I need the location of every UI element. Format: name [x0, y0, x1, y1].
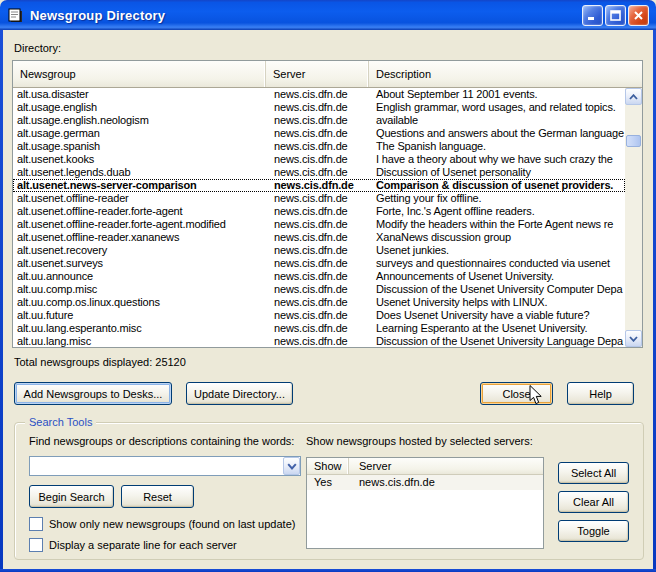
- column-header-server[interactable]: Server: [266, 61, 369, 87]
- cell-description: The Spanish language.: [369, 140, 625, 153]
- cell-newsgroup: alt.usenet.surveys: [13, 257, 266, 270]
- cell-description: Comparison & discussion of usenet provid…: [369, 179, 625, 192]
- server-list-body: Yesnews.cis.dfn.de: [307, 475, 543, 490]
- maximize-icon: [610, 10, 621, 21]
- minimize-icon: [587, 10, 598, 21]
- server-list-header: Show Server: [307, 458, 543, 475]
- cell-description: Modify the headers within the Forte Agen…: [369, 218, 625, 231]
- scrollbar-thumb[interactable]: [626, 135, 641, 147]
- search-words-input[interactable]: [31, 458, 282, 474]
- cell-newsgroup: alt.uu.announce: [13, 270, 266, 283]
- cell-newsgroup: alt.usenet.offline-reader.xananews: [13, 231, 266, 244]
- total-newsgroups-label: Total newsgroups displayed:: [14, 356, 152, 368]
- table-row[interactable]: alt.uu.lang.esperanto.miscnews.cis.dfn.d…: [13, 322, 625, 335]
- table-row[interactable]: alt.usenet.offline-readernews.cis.dfn.de…: [13, 192, 625, 205]
- checkbox-label: Show only new newsgroups (found on last …: [49, 518, 295, 530]
- clear-all-button[interactable]: Clear All: [558, 491, 629, 513]
- hosted-servers-label: Show newsgroups hosted by selected serve…: [306, 435, 533, 447]
- cell-newsgroup: alt.usenet.kooks: [13, 153, 266, 166]
- cell-description: Discussion of the Usenet University Comp…: [369, 283, 625, 296]
- table-row[interactable]: alt.uu.comp.miscnews.cis.dfn.deDiscussio…: [13, 283, 625, 296]
- close-icon: [633, 10, 644, 21]
- cell-server: news.cis.dfn.de: [349, 475, 543, 490]
- close-window-button[interactable]: [628, 5, 649, 26]
- cell-server: news.cis.dfn.de: [266, 127, 369, 140]
- column-header-description[interactable]: Description: [369, 61, 642, 87]
- table-row[interactable]: alt.usenet.news-server-comparisonnews.ci…: [13, 179, 625, 192]
- cell-newsgroup: alt.usage.spanish: [13, 140, 266, 153]
- table-row[interactable]: alt.usa.disasternews.cis.dfn.deAbout Sep…: [13, 88, 625, 101]
- table-row[interactable]: alt.usenet.legends.duabnews.cis.dfn.deDi…: [13, 166, 625, 179]
- scroll-up-button[interactable]: [625, 88, 642, 105]
- cell-server: news.cis.dfn.de: [266, 192, 369, 205]
- table-row[interactable]: alt.uu.futurenews.cis.dfn.deDoes Usenet …: [13, 309, 625, 322]
- cell-server: news.cis.dfn.de: [266, 335, 369, 347]
- cell-newsgroup: alt.usage.german: [13, 127, 266, 140]
- cell-newsgroup: alt.usage.english: [13, 101, 266, 114]
- table-row[interactable]: alt.usenet.offline-reader.xananewsnews.c…: [13, 231, 625, 244]
- cell-description: Discussion of the Usenet University Lang…: [369, 335, 625, 347]
- minimize-button[interactable]: [582, 5, 603, 26]
- cell-server: news.cis.dfn.de: [266, 270, 369, 283]
- window-title: Newsgroup Directory: [30, 8, 165, 23]
- search-words-combobox[interactable]: [29, 456, 301, 476]
- find-words-label: Find newsgroups or descriptions containi…: [29, 435, 294, 447]
- table-row[interactable]: alt.usenet.kooksnews.cis.dfn.deI have a …: [13, 153, 625, 166]
- cell-description: Usenet University helps with LINUX.: [369, 296, 625, 309]
- column-header-server[interactable]: Server: [349, 458, 543, 474]
- select-all-button[interactable]: Select All: [558, 462, 629, 484]
- show-only-new-checkbox[interactable]: Show only new newsgroups (found on last …: [29, 517, 295, 531]
- cell-server: news.cis.dfn.de: [266, 166, 369, 179]
- add-newsgroups-button[interactable]: Add Newsgroups to Desks...: [14, 382, 172, 405]
- table-row[interactable]: alt.uu.lang.miscnews.cis.dfn.deDiscussio…: [13, 335, 625, 347]
- cell-server: news.cis.dfn.de: [266, 283, 369, 296]
- cell-description: Announcements of Usenet University.: [369, 270, 625, 283]
- reset-button[interactable]: Reset: [121, 485, 194, 508]
- checkbox-icon[interactable]: [29, 517, 43, 531]
- vertical-scrollbar[interactable]: [625, 88, 642, 347]
- column-header-newsgroup[interactable]: Newsgroup: [13, 61, 266, 87]
- toggle-button[interactable]: Toggle: [558, 520, 629, 542]
- cell-newsgroup: alt.uu.lang.misc: [13, 335, 266, 347]
- table-row[interactable]: alt.usenet.offline-reader.forte-agent.mo…: [13, 218, 625, 231]
- table-row[interactable]: alt.usage.englishnews.cis.dfn.deEnglish …: [13, 101, 625, 114]
- cell-newsgroup: alt.usenet.legends.duab: [13, 166, 266, 179]
- cell-server: news.cis.dfn.de: [266, 244, 369, 257]
- table-row[interactable]: alt.usenet.recoverynews.cis.dfn.deUsenet…: [13, 244, 625, 257]
- cell-server: news.cis.dfn.de: [266, 114, 369, 127]
- update-directory-button[interactable]: Update Directory...: [186, 382, 293, 405]
- server-row[interactable]: Yesnews.cis.dfn.de: [307, 475, 543, 490]
- table-row[interactable]: alt.usage.spanishnews.cis.dfn.deThe Span…: [13, 140, 625, 153]
- scroll-down-button[interactable]: [625, 330, 642, 347]
- table-row[interactable]: alt.uu.comp.os.linux.questionsnews.cis.d…: [13, 296, 625, 309]
- cell-server: news.cis.dfn.de: [266, 140, 369, 153]
- maximize-button[interactable]: [605, 5, 626, 26]
- search-tools-legend: Search Tools: [25, 416, 96, 428]
- cell-description: XanaNews discussion group: [369, 231, 625, 244]
- cell-description: Does Usenet University have a viable fut…: [369, 309, 625, 322]
- combo-dropdown-button[interactable]: [283, 457, 300, 475]
- table-row[interactable]: alt.usage.germannews.cis.dfn.deQuestions…: [13, 127, 625, 140]
- cell-server: news.cis.dfn.de: [266, 231, 369, 244]
- chevron-down-icon: [629, 336, 638, 342]
- separate-line-checkbox[interactable]: Display a separate line for each server: [29, 538, 237, 552]
- column-header-show[interactable]: Show: [307, 458, 349, 474]
- help-button[interactable]: Help: [567, 382, 634, 405]
- cell-description: Learning Esperanto at the Usenet Univers…: [369, 322, 625, 335]
- table-row[interactable]: alt.usenet.offline-reader.forte-agentnew…: [13, 205, 625, 218]
- checkbox-label: Display a separate line for each server: [49, 539, 237, 551]
- cell-description: available: [369, 114, 625, 127]
- checkbox-icon[interactable]: [29, 538, 43, 552]
- cell-description: Getting your fix offline.: [369, 192, 625, 205]
- newsgroup-table-body: alt.usa.disasternews.cis.dfn.deAbout Sep…: [13, 88, 625, 347]
- newsgroup-table-header: Newsgroup Server Description: [13, 61, 642, 88]
- table-row[interactable]: alt.usenet.surveysnews.cis.dfn.desurveys…: [13, 257, 625, 270]
- cell-newsgroup: alt.uu.lang.esperanto.misc: [13, 322, 266, 335]
- table-row[interactable]: alt.uu.announcenews.cis.dfn.deAnnounceme…: [13, 270, 625, 283]
- cell-show: Yes: [307, 475, 349, 490]
- cell-newsgroup: alt.usenet.offline-reader.forte-agent.mo…: [13, 218, 266, 231]
- cell-description: Forte, Inc.'s Agent offline readers.: [369, 205, 625, 218]
- title-bar[interactable]: Newsgroup Directory: [0, 0, 656, 30]
- begin-search-button[interactable]: Begin Search: [29, 485, 114, 508]
- table-row[interactable]: alt.usage.english.neologismnews.cis.dfn.…: [13, 114, 625, 127]
